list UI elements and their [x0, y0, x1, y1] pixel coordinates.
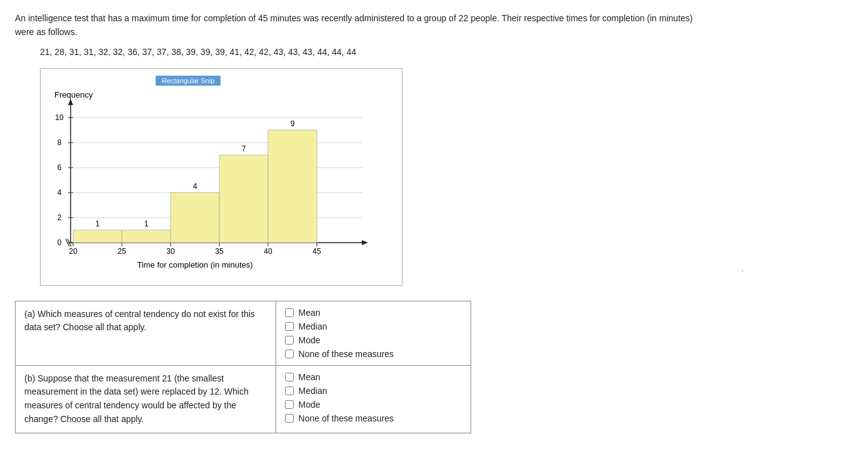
- question-b-cell: (b) Suppose that the measurement 21 (the…: [16, 365, 276, 433]
- y-tick-6: 6: [57, 163, 62, 172]
- bar-label-7: 7: [242, 144, 246, 153]
- label-a-mode: Mode: [299, 335, 321, 345]
- option-b-none: None of these measures: [285, 413, 462, 423]
- option-b-mode: Mode: [285, 400, 462, 410]
- question-row-b: (b) Suppose that the measurement 21 (the…: [16, 365, 471, 433]
- bar-20-25: [73, 230, 122, 243]
- snip-banner: Rectangular Snip: [156, 76, 221, 86]
- intro-paragraph: An intelligence test that has a maximum …: [15, 11, 702, 39]
- question-a-cell: (a) Which measures of central tendency d…: [16, 301, 276, 365]
- label-a-mean: Mean: [299, 308, 321, 318]
- y-tick-10: 10: [55, 113, 64, 122]
- options-a-cell: Mean Median Mode None of these measures: [276, 301, 471, 365]
- label-a-none: None of these measures: [299, 349, 394, 359]
- bar-label-1b: 1: [144, 219, 149, 228]
- x-tick-40: 40: [264, 247, 272, 256]
- option-b-mean: Mean: [285, 372, 462, 382]
- question-row-a: (a) Which measures of central tendency d…: [16, 301, 471, 365]
- checkbox-a-none[interactable]: [285, 350, 294, 358]
- x-tick-35: 35: [215, 247, 224, 256]
- bar-label-4: 4: [193, 182, 197, 191]
- label-b-mean: Mean: [299, 372, 321, 382]
- x-tick-25: 25: [117, 247, 126, 256]
- x-tick-30: 30: [166, 247, 175, 256]
- option-a-none: None of these measures: [285, 349, 462, 359]
- bar-label-1a: 1: [96, 219, 100, 228]
- bar-35-40: [219, 155, 268, 243]
- svg-marker-3: [362, 240, 368, 245]
- option-a-mean: Mean: [285, 308, 462, 318]
- x-tick-45: 45: [312, 247, 321, 256]
- option-a-mode: Mode: [285, 335, 462, 345]
- checkbox-b-none[interactable]: [285, 414, 294, 423]
- checkbox-b-mode[interactable]: [285, 400, 294, 409]
- decorative-dot: •: [742, 269, 743, 273]
- checkbox-a-mode[interactable]: [285, 336, 294, 345]
- y-tick-8: 8: [57, 138, 62, 147]
- label-a-median: Median: [299, 321, 327, 331]
- chart-wrapper: Rectangular Snip Frequency 0 2: [40, 68, 402, 286]
- checkbox-a-mean[interactable]: [285, 308, 294, 317]
- y-tick-0: 0: [57, 238, 62, 247]
- bar-30-35: [171, 193, 219, 243]
- x-tick-20: 20: [69, 247, 77, 256]
- chart-container: Rectangular Snip Frequency 0 2: [40, 68, 402, 286]
- y-tick-4: 4: [57, 188, 62, 197]
- x-axis-label: Time for completion (in minutes): [137, 260, 252, 270]
- checkbox-b-mean[interactable]: [285, 373, 294, 381]
- label-b-mode: Mode: [299, 400, 321, 410]
- bar-25-30: [122, 230, 171, 243]
- checkbox-a-median[interactable]: [285, 322, 294, 331]
- option-a-median: Median: [285, 321, 462, 331]
- checkbox-b-median[interactable]: [285, 386, 294, 395]
- options-b-cell: Mean Median Mode None of these measures: [276, 365, 471, 433]
- histogram-chart: Frequency 0 2 4: [47, 86, 384, 280]
- y-tick-2: 2: [57, 213, 62, 222]
- questions-table: (a) Which measures of central tendency d…: [15, 301, 471, 433]
- bar-40-45: [268, 130, 317, 243]
- label-b-none: None of these measures: [299, 413, 394, 423]
- y-axis-label: Frequency: [54, 90, 93, 99]
- bar-label-9: 9: [291, 119, 295, 128]
- label-b-median: Median: [299, 386, 327, 396]
- data-values: 21, 28, 31, 31, 32, 32, 36, 37, 37, 38, …: [40, 47, 853, 57]
- option-b-median: Median: [285, 386, 462, 396]
